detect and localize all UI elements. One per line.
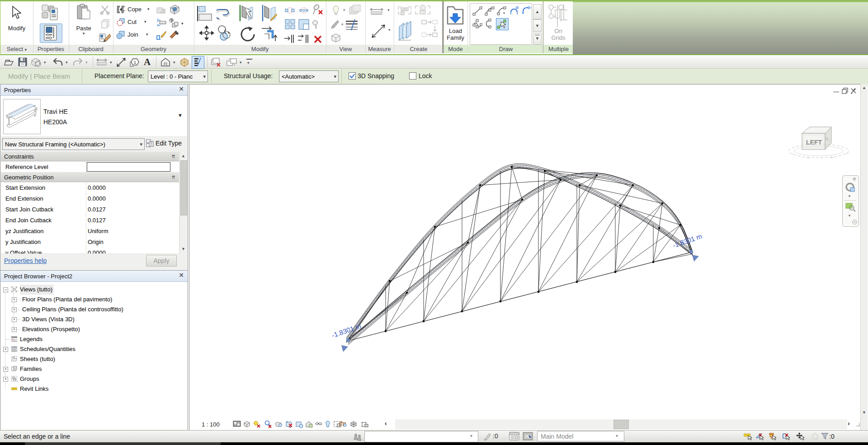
svg-text:1: 1 [134, 60, 136, 65]
svg-text:-1.8301 m: -1.8301 m [671, 232, 703, 249]
